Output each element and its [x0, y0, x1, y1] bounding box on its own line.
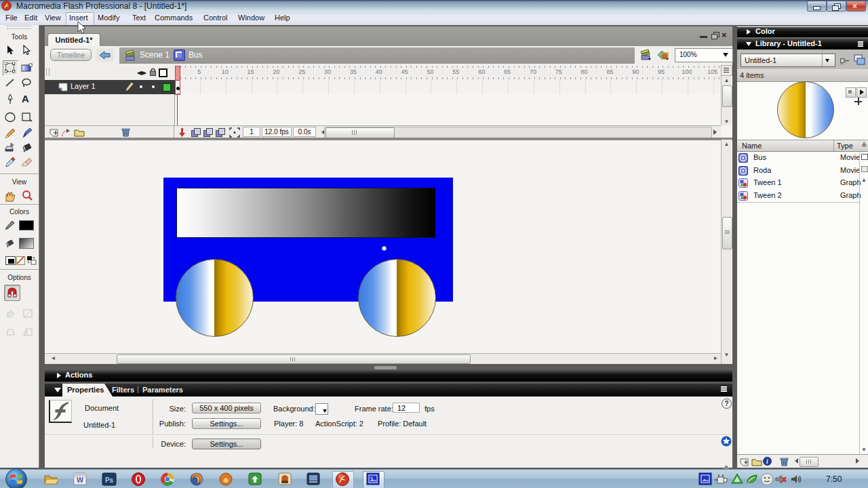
svg-text:W: W [77, 476, 84, 484]
svg-text:Ps: Ps [105, 476, 114, 484]
